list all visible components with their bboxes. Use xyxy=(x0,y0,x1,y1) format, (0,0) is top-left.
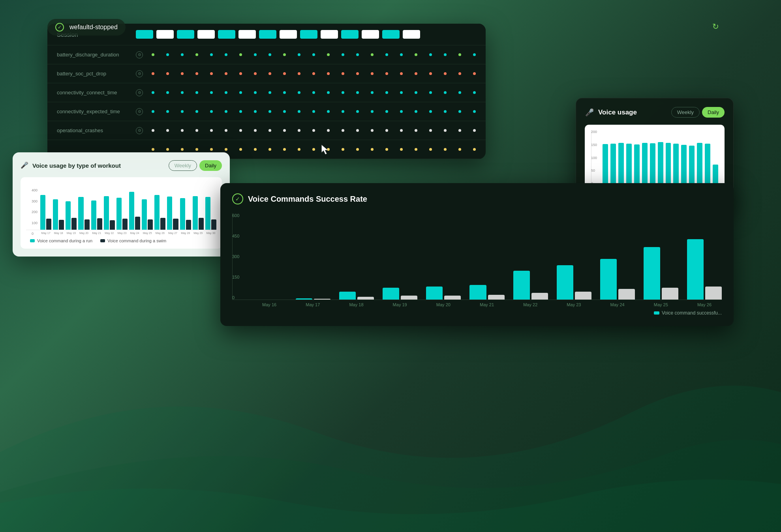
dot xyxy=(210,91,213,94)
wy-200: 200 xyxy=(32,210,38,214)
workout-x-label: May 21 xyxy=(91,232,102,234)
dot xyxy=(268,91,271,94)
dot xyxy=(254,110,257,113)
voice-bar-4 xyxy=(634,144,640,185)
session-block-13 xyxy=(382,30,400,39)
dot xyxy=(400,129,403,132)
dot xyxy=(473,148,476,151)
bar-run-6 xyxy=(116,198,122,230)
workout-bar-group-6 xyxy=(116,198,128,230)
dot xyxy=(181,110,184,113)
workout-bar-group-4 xyxy=(91,200,102,230)
voice-bar-0 xyxy=(603,144,608,185)
dot xyxy=(444,91,447,94)
dot xyxy=(181,129,184,132)
dot xyxy=(283,148,286,151)
dot xyxy=(385,110,388,113)
workout-chart-area: 400 300 200 100 0 May 17May 18May 19May … xyxy=(21,177,222,249)
bar-swim-9 xyxy=(160,218,165,230)
success-x-label: May 24 xyxy=(600,302,635,307)
dot xyxy=(342,129,344,132)
dot xyxy=(415,53,417,56)
dot xyxy=(385,72,388,75)
workout-x-label: May 30 xyxy=(205,232,216,234)
workout-bar-group-3 xyxy=(78,197,89,230)
dot xyxy=(371,53,374,56)
sy-600: 600 xyxy=(232,213,239,218)
dot xyxy=(152,148,154,151)
legend-run: Voice command during a run xyxy=(30,238,92,243)
dots-row-6 xyxy=(148,148,486,151)
dot xyxy=(371,72,374,75)
bar-swim-13 xyxy=(211,219,216,230)
legend-swim-label: Voice command during a swim xyxy=(107,238,166,243)
dot xyxy=(327,72,330,75)
success-bar-main-5 xyxy=(469,285,486,300)
success-bar-main-3 xyxy=(383,288,399,300)
dot xyxy=(283,53,286,56)
bar-run-0 xyxy=(40,195,45,230)
dot xyxy=(210,53,213,56)
table-row-expected-time: connectivity_expected_time ⚙ xyxy=(47,102,486,121)
gear-icon-1[interactable]: ⚙ xyxy=(136,51,143,58)
workout-x-label: May 22 xyxy=(104,232,115,234)
dot xyxy=(371,91,374,94)
dot xyxy=(152,110,154,113)
success-chart-area: 600 450 300 150 0 May 16May 17May 18May … xyxy=(232,213,722,316)
success-x-label: May 18 xyxy=(339,302,374,307)
workout-x-labels: May 17May 18May 19May 20May 21May 22May … xyxy=(26,232,216,234)
session-block-3 xyxy=(177,30,194,39)
dots-row-2 xyxy=(148,72,486,75)
dot xyxy=(268,53,271,56)
voice-bar-7 xyxy=(658,142,663,185)
workout-x-label: May 23 xyxy=(116,232,128,234)
voice-weekly-btn[interactable]: Weekly xyxy=(671,107,700,118)
gear-icon-3[interactable]: ⚙ xyxy=(136,89,143,96)
dot xyxy=(444,72,447,75)
workout-x-label: May 26 xyxy=(154,232,165,234)
dot xyxy=(473,72,476,75)
success-x-label: May 21 xyxy=(469,302,504,307)
success-x-label: May 16 xyxy=(252,302,287,307)
workout-legend: Voice command during a run Voice command… xyxy=(26,238,216,243)
success-rate-panel: ✓ Voice Commands Success Rate 600 450 30… xyxy=(220,183,734,326)
session-block-12 xyxy=(362,30,379,39)
session-block-9 xyxy=(300,30,317,39)
gear-icon-5[interactable]: ⚙ xyxy=(136,127,143,134)
session-block-11 xyxy=(341,30,359,39)
dot xyxy=(415,72,417,75)
bar-run-2 xyxy=(66,201,71,230)
row-label-5: operational_crashes xyxy=(57,127,136,133)
success-bar-main-9 xyxy=(644,247,660,300)
success-legend: Voice command successfu... xyxy=(232,310,722,316)
dot xyxy=(239,110,242,113)
dot xyxy=(356,53,359,56)
voice-bars-wrapper xyxy=(591,130,718,185)
bar-swim-7 xyxy=(135,217,140,230)
workout-y-labels: 400 300 200 100 0 xyxy=(32,188,38,236)
status-bar: ✓ wefaultd-stopped xyxy=(47,19,126,36)
bar-swim-6 xyxy=(122,219,128,230)
dot xyxy=(385,53,388,56)
dot xyxy=(166,72,169,75)
dot xyxy=(400,148,403,151)
dot xyxy=(268,110,271,113)
dot xyxy=(166,91,169,94)
voice-daily-btn[interactable]: Daily xyxy=(702,107,725,118)
gear-icon-4[interactable]: ⚙ xyxy=(136,108,143,115)
row-label-2: battery_soc_pct_drop xyxy=(57,71,136,77)
gear-icon-2[interactable]: ⚙ xyxy=(136,70,143,77)
voice-bar-6 xyxy=(650,143,655,185)
success-bar-sec-5 xyxy=(488,295,505,300)
workout-daily-btn[interactable]: Daily xyxy=(199,160,222,171)
dot xyxy=(298,53,300,56)
dot xyxy=(195,91,198,94)
dot xyxy=(429,91,432,94)
success-x-label: May 25 xyxy=(644,302,678,307)
workout-weekly-btn[interactable]: Weekly xyxy=(169,160,197,171)
refresh-icon[interactable]: ↻ xyxy=(712,22,723,32)
workout-bar-group-1 xyxy=(53,199,64,230)
voice-bar-8 xyxy=(666,143,671,185)
bar-run-11 xyxy=(180,198,185,230)
workout-x-label: May 27 xyxy=(167,232,178,234)
